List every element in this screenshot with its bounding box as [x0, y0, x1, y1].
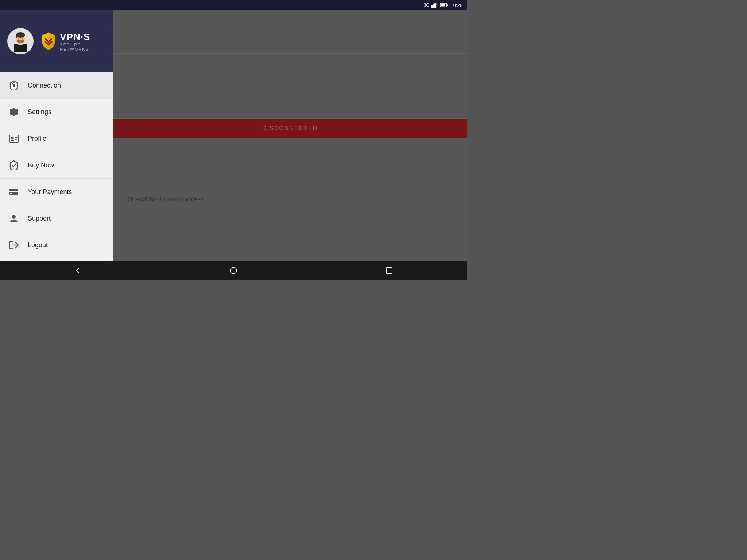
- svg-rect-0: [431, 5, 433, 8]
- sidebar-header: VPN·S SECURE NETWORKS: [0, 10, 113, 72]
- svg-rect-20: [15, 139, 17, 140]
- content-area: DISCONNECTED OpenVPN - 12 month access: [113, 10, 467, 261]
- content-bottom-area: OpenVPN - 12 month access: [113, 138, 467, 261]
- profile-icon: [7, 132, 20, 145]
- brand-subtitle: SECURE NETWORKS: [60, 43, 106, 51]
- home-button[interactable]: [224, 263, 243, 278]
- avatar: [7, 28, 34, 54]
- svg-rect-6: [447, 4, 448, 6]
- connection-icon: [7, 79, 20, 92]
- svg-rect-12: [16, 35, 17, 38]
- content-rows: [113, 10, 467, 119]
- sidebar-item-connection[interactable]: Connection: [0, 72, 113, 99]
- home-icon: [229, 267, 237, 275]
- vpn-shield-icon: [41, 31, 56, 52]
- svg-point-13: [18, 39, 19, 40]
- sidebar-item-logout[interactable]: Logout: [0, 232, 113, 258]
- sidebar-item-buy-now[interactable]: Buy Now: [0, 152, 113, 179]
- content-row-1: [113, 10, 467, 32]
- content-row-3: [113, 54, 467, 75]
- svg-point-14: [22, 39, 23, 40]
- payments-icon: [7, 185, 20, 198]
- svg-point-18: [11, 137, 14, 140]
- brand-text: VPN·S SECURE NETWORKS: [60, 31, 106, 51]
- plan-text: OpenVPN - 12 month access: [124, 196, 203, 203]
- svg-rect-23: [10, 193, 12, 194]
- back-icon: [74, 267, 82, 275]
- status-bar: 3G 10:28: [0, 0, 467, 10]
- brand-name: VPN·S: [60, 31, 106, 43]
- svg-rect-19: [15, 137, 18, 138]
- disconnected-bar[interactable]: DISCONNECTED: [113, 119, 467, 138]
- svg-rect-27: [386, 268, 392, 273]
- signal-icon: [431, 3, 438, 8]
- logout-icon: [7, 238, 20, 252]
- svg-point-26: [230, 267, 237, 274]
- sidebar-item-logout-label: Logout: [28, 241, 48, 249]
- signal-text: 3G: [423, 3, 429, 8]
- sidebar-item-support[interactable]: Support: [0, 205, 113, 232]
- sidebar-item-buy-now-label: Buy Now: [28, 162, 54, 169]
- battery-icon: [440, 3, 448, 7]
- svg-rect-3: [436, 3, 437, 8]
- sidebar-item-profile[interactable]: Profile: [0, 125, 113, 152]
- settings-icon: [7, 105, 20, 118]
- sidebar-item-settings[interactable]: Settings: [0, 99, 113, 125]
- svg-rect-5: [441, 4, 445, 7]
- svg-rect-2: [434, 3, 436, 8]
- support-icon: [7, 212, 20, 225]
- nav-list: Connection Settings: [0, 72, 113, 261]
- recent-icon: [385, 267, 393, 275]
- content-row-5: [113, 97, 467, 119]
- svg-rect-22: [9, 191, 18, 192]
- back-button[interactable]: [69, 263, 87, 278]
- bottom-navigation-bar: [0, 261, 467, 280]
- recent-button[interactable]: [380, 263, 398, 278]
- buy-now-icon: [7, 159, 20, 172]
- svg-point-24: [12, 215, 16, 219]
- sidebar: VPN·S SECURE NETWORKS Connecti: [0, 10, 113, 261]
- main-container: VPN·S SECURE NETWORKS Connecti: [0, 10, 467, 261]
- sidebar-item-support-label: Support: [28, 215, 51, 222]
- content-row-4: [113, 75, 467, 97]
- svg-rect-8: [14, 44, 27, 52]
- sidebar-item-profile-label: Profile: [28, 135, 46, 143]
- sidebar-item-payments[interactable]: Your Payments: [0, 179, 113, 205]
- sidebar-item-payments-label: Your Payments: [28, 188, 72, 196]
- svg-rect-1: [433, 4, 434, 8]
- time-display: 10:28: [450, 3, 462, 8]
- content-row-2: [113, 32, 467, 54]
- brand-logo: VPN·S SECURE NETWORKS: [41, 31, 106, 52]
- disconnected-text: DISCONNECTED: [262, 125, 318, 132]
- status-icons: 3G 10:28: [423, 3, 462, 8]
- sidebar-item-settings-label: Settings: [28, 108, 51, 116]
- sidebar-item-connection-label: Connection: [28, 82, 61, 89]
